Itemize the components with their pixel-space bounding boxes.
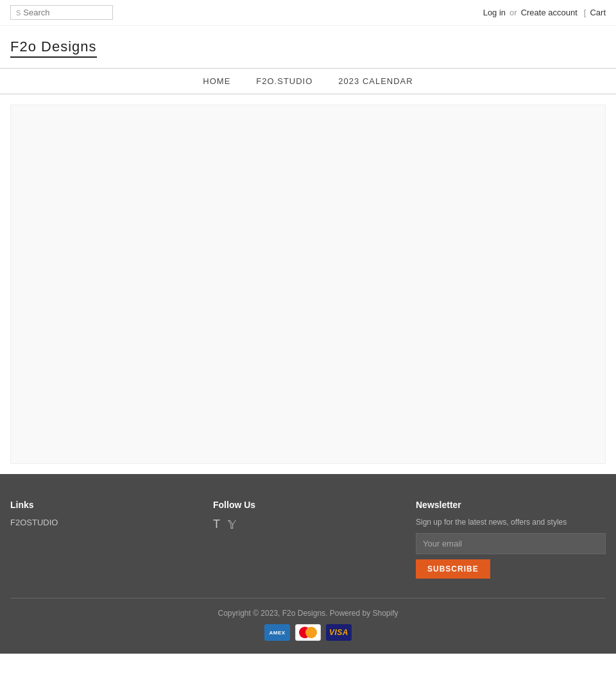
search-wrapper: S: [10, 5, 113, 20]
payment-icons: AMEX VISA: [10, 624, 606, 641]
footer-bottom: Copyright © 2023, F2o Designs. Powered b…: [10, 598, 606, 641]
mc-orange-circle: [305, 627, 317, 638]
subscribe-button[interactable]: SUBSCRIBE: [416, 559, 490, 579]
login-link[interactable]: Log in: [483, 8, 506, 17]
footer: Links F2OSTUDIO Follow Us T 𝕐 Newsletter…: [0, 474, 616, 654]
top-bar-right: Log in or Create account [ Cart: [483, 8, 606, 17]
nav-item-home[interactable]: HOME: [203, 76, 230, 86]
newsletter-email-input[interactable]: [416, 533, 606, 554]
copyright-text: Copyright © 2023, F2o Designs. Powered b…: [218, 609, 398, 618]
site-title: F2o Designs: [10, 38, 97, 58]
site-title-bar: F2o Designs: [0, 26, 616, 68]
footer-newsletter-section: Newsletter Sign up for the latest news, …: [416, 500, 606, 579]
top-bar: S Log in or Create account [ Cart: [0, 0, 616, 26]
footer-links-heading: Links: [10, 500, 200, 510]
newsletter-description: Sign up for the latest news, offers and …: [416, 518, 606, 527]
footer-follow-heading: Follow Us: [213, 500, 403, 510]
cart-link[interactable]: Cart: [590, 8, 606, 17]
footer-link-studio[interactable]: F2OSTUDIO: [10, 518, 200, 527]
footer-social-icons: T 𝕐: [213, 518, 403, 536]
cart-bracket: [: [584, 8, 586, 17]
search-prefix-icon: S: [16, 9, 21, 17]
or-separator: or: [509, 8, 517, 17]
nav-item-studio[interactable]: F2O.STUDIO: [256, 76, 312, 86]
mastercard-icon: [295, 624, 321, 641]
footer-grid: Links F2OSTUDIO Follow Us T 𝕐 Newsletter…: [10, 500, 606, 579]
tumblr-icon[interactable]: T: [213, 518, 220, 532]
nav-item-calendar[interactable]: 2023 CALENDAR: [338, 76, 413, 86]
amex-icon: AMEX: [264, 624, 290, 641]
main-content-area: [10, 105, 606, 464]
footer-links-section: Links F2OSTUDIO: [10, 500, 200, 579]
create-account-link[interactable]: Create account: [521, 8, 578, 17]
visa-icon: VISA: [326, 624, 352, 641]
twitter-icon[interactable]: 𝕐: [228, 518, 236, 532]
nav-bar: HOME F2O.STUDIO 2023 CALENDAR: [0, 68, 616, 94]
footer-follow-section: Follow Us T 𝕐: [213, 500, 403, 579]
search-input[interactable]: [23, 8, 100, 17]
footer-newsletter-heading: Newsletter: [416, 500, 606, 510]
